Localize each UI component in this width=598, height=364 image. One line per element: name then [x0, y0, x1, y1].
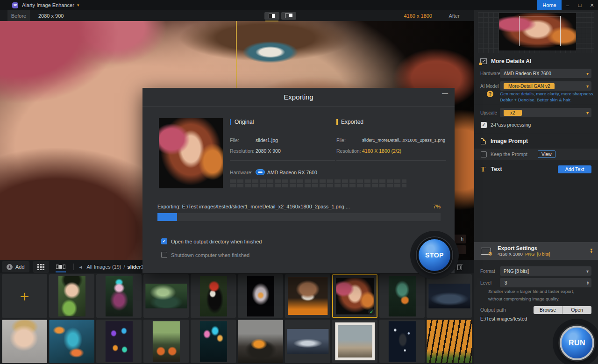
- thumbnail-space-diver[interactable]: [379, 320, 425, 363]
- thumbnail-image-snow-mountains: [287, 329, 328, 354]
- split-view-button[interactable]: [264, 12, 279, 20]
- original-accent-bar: [230, 119, 231, 125]
- hardware-value: AMD Radeon RX 7600: [267, 170, 317, 175]
- shutdown-checkbox[interactable]: [161, 252, 167, 258]
- exported-resolution: 4160 X 1800 (2/2): [362, 148, 401, 154]
- thumbnail-image-forest-fairy: [105, 276, 132, 316]
- thumbnail-gallery: +✓: [0, 273, 474, 364]
- thumbnail-forest-fairy[interactable]: [96, 274, 142, 318]
- collapse-chevron-icon[interactable]: ▾▾: [590, 249, 592, 253]
- browse-button[interactable]: Browse: [534, 306, 562, 314]
- keep-prompt-checkbox[interactable]: [481, 151, 487, 157]
- upscale-row: Upscale x2 ▾: [474, 107, 598, 118]
- chevron-down-icon: ▾: [586, 84, 589, 89]
- view-prompt-button[interactable]: View: [538, 150, 555, 158]
- help-icon[interactable]: ?: [487, 91, 493, 97]
- dialog-minimize-button[interactable]: —: [442, 90, 448, 97]
- upscale-select[interactable]: x2 ▾: [500, 108, 591, 117]
- thumbnail-add-image-tile[interactable]: +: [2, 274, 47, 318]
- view-mode-toggle: [264, 12, 296, 20]
- thumbnail-jellyfish[interactable]: [191, 320, 236, 363]
- app-title: Aiarty Image Enhancer: [22, 2, 74, 8]
- dialog-header: Exporting —: [142, 88, 455, 107]
- thumbnail-toucan[interactable]: [191, 274, 236, 318]
- after-tab[interactable]: After: [442, 10, 466, 21]
- before-tab[interactable]: Before: [7, 10, 30, 21]
- thumbnail-steampunk-truck[interactable]: [238, 320, 283, 363]
- open-button[interactable]: Open: [562, 306, 591, 314]
- home-button[interactable]: Home: [537, 0, 562, 10]
- keep-prompt-row: Keep the Prompt View: [474, 149, 598, 160]
- grid-view-button[interactable]: [33, 261, 49, 273]
- ai-model-row: AI Model More-Detail GAN v2 ▾: [474, 80, 598, 92]
- back-arrow-icon[interactable]: ◄: [78, 264, 83, 270]
- ai-model-select[interactable]: More-Detail GAN v2 ▾: [500, 81, 591, 91]
- navigator-panel: [478, 12, 594, 53]
- maximize-button[interactable]: □: [574, 0, 586, 10]
- thumbnail-tiger[interactable]: [427, 320, 472, 363]
- filmstrip-view-button[interactable]: [53, 261, 69, 273]
- format-label: Format: [480, 269, 500, 274]
- thumbnail-row-2: [0, 319, 474, 364]
- more-details-ai-header: More Details AI: [474, 56, 598, 67]
- two-pass-checkbox[interactable]: ✓: [481, 122, 487, 128]
- add-text-button[interactable]: Add Text: [558, 165, 591, 173]
- thumbnail-image-framed-beach-photo: [335, 322, 375, 361]
- hardware-select[interactable]: AMD Radeon RX 7600 ▾: [500, 69, 591, 78]
- more-details-ai-title: More Details AI: [491, 58, 531, 64]
- level-label: Level: [480, 280, 500, 285]
- file-label: File:: [336, 137, 362, 143]
- thumbnail-snow-mountains[interactable]: [285, 320, 330, 363]
- thumbnail-jungle-river[interactable]: [143, 274, 189, 318]
- navigator-viewport-rect[interactable]: [519, 16, 561, 47]
- breadcrumb-separator: /: [123, 264, 125, 270]
- thumbnail-blue-potions[interactable]: [49, 320, 94, 363]
- open-directory-checkbox[interactable]: ✓: [161, 238, 167, 244]
- side-by-side-view-button[interactable]: [281, 12, 296, 20]
- thumbnail-terrarium-jar[interactable]: [379, 274, 425, 318]
- run-button[interactable]: RUN: [560, 326, 594, 360]
- shutdown-label: Shutdown computer when finished: [171, 252, 249, 258]
- format-row: Format PNG [8 bits] ▾: [474, 265, 598, 277]
- original-file: slider1.jpg: [256, 137, 278, 143]
- level-note: Smaller value = larger file and faster e…: [474, 288, 598, 303]
- level-value: 3: [505, 280, 507, 285]
- export-settings-title: Export Settings: [498, 245, 550, 251]
- thumbnail-image-red-haired-woman: [336, 278, 374, 314]
- breadcrumb-all-images[interactable]: All Images (19): [86, 264, 121, 270]
- filmstrip-icon: [56, 264, 65, 269]
- output-path-row: Output path Browse Open: [474, 305, 598, 315]
- thumbnail-blonde-woman[interactable]: [2, 320, 47, 363]
- text-title: Text: [491, 166, 502, 172]
- app-menu-chevron-icon[interactable]: ▾: [77, 3, 79, 7]
- level-spinner[interactable]: 3 ▴▾: [500, 278, 591, 287]
- thumbnail-game-amulets[interactable]: [96, 320, 142, 363]
- resolution-label: Resolution:: [336, 148, 362, 154]
- thumbnail-red-haired-woman[interactable]: ✓: [332, 274, 377, 318]
- thumbnail-image-crystal-flower: [247, 276, 274, 316]
- thumbnail-night-mountain[interactable]: [427, 274, 472, 318]
- output-path-value: E:/Test images/tested: [480, 316, 527, 321]
- spinner-arrows-icon[interactable]: ▴▾: [587, 280, 589, 285]
- stop-button[interactable]: STOP: [417, 237, 452, 273]
- close-button[interactable]: ✕: [586, 0, 598, 10]
- add-images-button[interactable]: + Add: [2, 261, 29, 272]
- file-label: File:: [230, 137, 256, 143]
- two-pass-row: ✓ 2-Pass processing: [474, 120, 598, 129]
- divider: [336, 160, 446, 161]
- thumbnail-greenhouse-chairs[interactable]: [143, 320, 189, 363]
- upscale-label: Upscale: [480, 110, 500, 115]
- thumbnail-anime-girl[interactable]: [49, 274, 94, 318]
- export-settings-header[interactable]: Export Settings 4160 X 1800PNG[8 bits] ▾…: [474, 242, 598, 260]
- exporting-dialog: Exporting — Original File:slider1.jpg Re…: [142, 88, 455, 273]
- minimize-button[interactable]: –: [562, 0, 574, 10]
- resolution-label: Resolution:: [230, 148, 256, 154]
- format-select[interactable]: PNG [8 bits] ▾: [500, 266, 591, 276]
- thumbnail-image-toucan: [199, 276, 227, 316]
- thumbnail-framed-beach-photo[interactable]: [332, 320, 377, 363]
- thumbnail-row-1: +✓: [0, 273, 474, 319]
- thumbnail-monk-portrait[interactable]: [285, 274, 330, 318]
- gpu-badge-icon: [256, 169, 265, 175]
- divider: [474, 133, 598, 133]
- thumbnail-crystal-flower[interactable]: [238, 274, 283, 318]
